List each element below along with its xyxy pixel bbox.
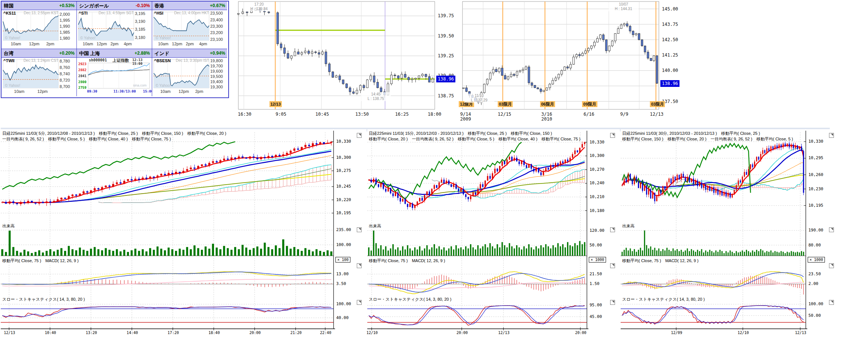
jgb-intraday-chart[interactable]: 債券売りの株先買い、、、露骨だな～ で、長短金利差拡大でメガバン買いだそうな、、… xyxy=(236,0,455,125)
market-panel-shanghai[interactable]: 中国 上海+2.88%sh000001上证指数12-13 15:00292328… xyxy=(77,49,153,96)
pct-badge: +0.20% xyxy=(59,51,75,56)
macd-tick: 23.50 xyxy=(808,272,821,276)
nikkei225mini-15min-chart[interactable]: 日経225mini 11/03( 15分, 2010/12/03 - 2010/… xyxy=(367,129,620,363)
price-tick: 10,180 xyxy=(590,208,605,213)
pane-menu-triangle-icon xyxy=(612,264,614,266)
ticker-symbol: ^STI xyxy=(79,11,88,15)
volume-pane-label: 出来高 xyxy=(2,223,15,229)
jgb-weekly-chart[interactable]: 145.00143.75142.50141.25140.00137.50138.… xyxy=(460,0,681,125)
x-tick: 6/16 xyxy=(581,112,597,117)
x-tick: 22:40 xyxy=(320,331,331,335)
contract-tag[interactable]: 12/13 xyxy=(269,101,282,107)
timestamp: Dec 13, 4:59pm SGT xyxy=(99,11,134,15)
y-tick: 19,300 xyxy=(210,85,223,89)
candle-plot[interactable] xyxy=(236,0,455,112)
ticker-symbol: ^TWII xyxy=(3,58,15,63)
market-name: インド xyxy=(154,50,169,57)
multiplier-badge: × 100 xyxy=(335,257,350,263)
yahoo-watermark: © Yahoo! xyxy=(5,84,20,88)
x-tick: 16:25 xyxy=(394,112,410,117)
stoch-pane-label: スロー・ストキャスティクス( 14, 3, 80, 20 ) xyxy=(369,297,451,302)
pane-menu-button[interactable] xyxy=(357,263,362,268)
y-tick: 23,400 xyxy=(210,18,223,22)
y-tick: 2841 xyxy=(78,74,87,78)
macd-tick: 21.50 xyxy=(590,272,602,276)
pct-badge: +0.94% xyxy=(210,51,225,56)
panel-header: 台湾+0.20% xyxy=(1,49,76,58)
y-tick: 8,700 xyxy=(60,84,70,89)
x-tick: 12/13 xyxy=(4,331,15,335)
x-tick: 12pm xyxy=(97,42,107,46)
y-tick: 3,185 xyxy=(135,27,145,31)
y-tick: 3,180 xyxy=(135,35,145,40)
pane-menu-button[interactable] xyxy=(357,133,362,138)
y-tick: 2882 xyxy=(78,68,87,72)
pane-menu-button[interactable] xyxy=(829,263,834,268)
y-tick: 19,600 xyxy=(210,69,223,73)
market-panel-korea[interactable]: 韓国+0.53%^KS11Dec 13, 2:55pm KST© Yahoo!2… xyxy=(1,1,77,49)
panel-header: 中国 上海+2.88% xyxy=(77,49,152,58)
tech-chart-plot[interactable] xyxy=(621,129,807,333)
pane-menu-triangle-icon xyxy=(359,301,361,303)
contract-tag[interactable]: 03限月 xyxy=(650,101,665,107)
pane-menu-button[interactable] xyxy=(829,300,834,305)
yahoo-watermark: © Yahoo! xyxy=(80,36,96,40)
chart-title-line2: 移動平均( Close, 20 ) 一目均衡表( 9, 26, 52 ) 移動平… xyxy=(369,136,585,142)
nikkei225mini-30min-chart[interactable]: 日経225mini 11/03( 30分, 2010/12/03 - 2010/… xyxy=(621,129,831,363)
sina-watermark: sina.com xyxy=(133,84,147,87)
stoch-tick: 100.00 xyxy=(336,301,351,306)
tech-chart-plot[interactable] xyxy=(367,129,588,333)
pane-menu-button[interactable] xyxy=(610,133,615,138)
chart-title-line1: 日経225mini 11/03( 30分, 2010/12/03 - 2010/… xyxy=(622,131,804,136)
y-tick: 2,000 xyxy=(60,12,70,16)
pane-menu-triangle-icon xyxy=(359,134,361,136)
x-tick: 12pm xyxy=(172,42,183,46)
market-panel-taiwan[interactable]: 台湾+0.20%^TWIIDec 13, 1:24pm CST© Yahoo!8… xyxy=(1,49,77,96)
x-tick: 10am xyxy=(11,42,21,46)
y-tick: 19,400 xyxy=(210,79,223,84)
y-tick: 139.75 xyxy=(438,13,454,18)
tech-chart-plot[interactable] xyxy=(1,129,335,333)
x-tick: 16:30 xyxy=(236,112,253,117)
market-panel-india[interactable]: インド+0.94%^BSESNDec 13, 3:30pm IST© Yahoo… xyxy=(152,49,227,96)
contract-tag[interactable]: 03限月 xyxy=(498,101,513,107)
y-tick: 142.50 xyxy=(662,37,678,42)
pane-menu-button[interactable] xyxy=(610,227,615,232)
price-tick: 10,210 xyxy=(590,194,605,199)
yahoo-watermark: © Yahoo! xyxy=(156,36,171,40)
volume-tick: 120.00 xyxy=(590,228,605,233)
pane-menu-button[interactable] xyxy=(610,300,615,305)
x-tick: 12/09 xyxy=(671,331,682,335)
pane-menu-triangle-icon xyxy=(612,301,614,303)
pane-menu-button[interactable] xyxy=(610,263,615,268)
x-tick-year: 2010 xyxy=(539,116,555,122)
nikkei225mini-5min-chart[interactable]: 日経225mini 11/03( 5分, 2010/12/08 - 2010/1… xyxy=(1,129,367,363)
y-tick: 2759 xyxy=(78,86,87,90)
pane-menu-button[interactable] xyxy=(829,227,834,232)
sina-code: sh000001 xyxy=(89,58,107,62)
pane-menu-button[interactable] xyxy=(357,227,362,232)
y-tick: 19,800 xyxy=(210,58,223,63)
x-tick: 9/9 xyxy=(616,112,633,117)
market-panel-singapore[interactable]: シンガポール-0.10%^STIDec 13, 4:59pm SGT© Yaho… xyxy=(77,1,153,49)
pane-menu-button[interactable] xyxy=(829,133,834,138)
sina-title: 上证指数 xyxy=(112,58,129,63)
y-tick: 8,720 xyxy=(60,78,70,82)
chart-title-line1: 日経225mini 11/03( 5分, 2010/12/08 - 2010/1… xyxy=(2,131,332,136)
contract-tag[interactable]: 09限月 xyxy=(582,101,597,107)
macd-pane-label: 移動平均( Close, 75 ) MACD( 12, 26, 9 ) xyxy=(2,258,79,264)
price-tick: 10,240 xyxy=(590,181,605,185)
timestamp: Dec 13, 2:55pm KST xyxy=(24,11,58,15)
x-tick: 4pm xyxy=(199,42,207,46)
pane-menu-button[interactable] xyxy=(357,300,362,305)
y-tick: 3,195 xyxy=(135,11,145,16)
x-tick: 21:20 xyxy=(290,331,302,335)
market-panel-hongkong[interactable]: 香港+0.67%^HSIDec 13, 4:00pm HKT© Yahoo!23… xyxy=(152,1,227,49)
market-name: シンガポール xyxy=(79,3,109,9)
contract-tag[interactable]: 06限月 xyxy=(540,101,555,107)
y-tick: 23,500 xyxy=(210,11,223,15)
ticker-symbol: ^HSI xyxy=(154,11,163,15)
x-tick: 2pm xyxy=(195,89,203,94)
y-tick: 143.75 xyxy=(662,22,678,27)
pane-menu-triangle-icon xyxy=(359,228,361,230)
